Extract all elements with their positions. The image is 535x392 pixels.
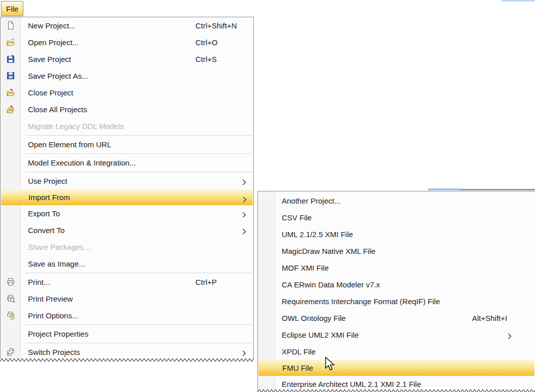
menu-item-label: Requirements Interchange Format (ReqIF) … bbox=[282, 297, 440, 306]
save-project-icon bbox=[6, 54, 15, 63]
menu-separator bbox=[25, 324, 252, 325]
menu-item-print-preview[interactable]: Print Preview bbox=[1, 290, 253, 307]
menu-item-label: OWL Ontology File bbox=[282, 314, 346, 322]
open-project-icon bbox=[6, 38, 15, 47]
menu-item-label: Eclipse UML2 XMI File bbox=[282, 331, 359, 339]
submenu-chevron-icon bbox=[243, 195, 247, 204]
menu-item-label: Save Project bbox=[28, 55, 71, 63]
menu-item-shortcut: Ctrl+Shift+N bbox=[195, 21, 237, 30]
menu-separator bbox=[25, 172, 252, 172]
submenu-chevron-icon bbox=[242, 211, 246, 219]
menu-item-use-project[interactable]: Use Project bbox=[1, 173, 253, 189]
menu-item-open-element-from-url[interactable]: Open Element from URL bbox=[1, 136, 253, 153]
menu-item-owl-ontology-file[interactable]: OWL Ontology FileAlt+Shift+I bbox=[258, 310, 535, 326]
close-all-projects-icon bbox=[6, 105, 15, 114]
menu-item-label: CA ERwin Data Modeler v7.x bbox=[282, 280, 380, 289]
menu-item-shortcut: Ctrl+S bbox=[195, 55, 217, 63]
menu-item-label: Print Options... bbox=[28, 311, 78, 320]
menu-item-label: XPDL File bbox=[282, 347, 316, 356]
menu-item-eclipse-uml2-xmi-file[interactable]: Eclipse UML2 XMI File bbox=[258, 326, 535, 343]
menu-item-label: MagicDraw Native XML File bbox=[282, 247, 376, 255]
menu-item-label: Project Properties bbox=[28, 330, 88, 338]
new-project-icon bbox=[6, 21, 15, 30]
menu-item-label: Convert To bbox=[28, 226, 64, 235]
menu-item-label: Migrate Legacy DDL Models bbox=[28, 122, 124, 130]
print-options-icon bbox=[6, 311, 15, 320]
menu-item-share-packages: Share Packages... bbox=[1, 239, 253, 255]
menu-item-label: Close All Projects bbox=[28, 105, 87, 114]
close-project-icon bbox=[6, 88, 15, 97]
screenshot-canvas: File New Project...Ctrl+Shift+NOpen Proj… bbox=[0, 0, 535, 392]
menu-item-label: Print Preview bbox=[28, 295, 73, 303]
submenu-chevron-icon bbox=[242, 227, 246, 236]
menu-item-label: UML 2.1/2.5 XMI File bbox=[282, 230, 353, 239]
window-fragment-gray bbox=[459, 189, 535, 190]
menu-item-uml-2-1-2-5-xmi-file[interactable]: UML 2.1/2.5 XMI File bbox=[258, 226, 535, 243]
menu-item-mof-xmi-file[interactable]: MOF XMI File bbox=[258, 259, 535, 276]
menu-separator bbox=[25, 273, 252, 273]
menu-item-import-from[interactable]: Import From bbox=[1, 189, 253, 205]
menu-item-switch-projects[interactable]: Switch Projects bbox=[1, 344, 253, 361]
file-menu-button[interactable]: File bbox=[1, 1, 23, 16]
menu-item-label: FMU File bbox=[282, 364, 313, 372]
menu-item-label: Enterprise Architect UML 2.1 XMI 2.1 Fil… bbox=[282, 380, 421, 388]
menu-item-export-to[interactable]: Export To bbox=[1, 205, 253, 222]
file-menu-dropdown: New Project...Ctrl+Shift+NOpen Project..… bbox=[0, 17, 254, 359]
import-from-submenu: Another Project...CSV FileUML 2.1/2.5 XM… bbox=[257, 191, 535, 392]
menu-item-model-execution-integration[interactable]: Model Execution & Integration... bbox=[1, 154, 253, 171]
menu-item-save-project[interactable]: Save ProjectCtrl+S bbox=[1, 51, 253, 68]
menu-item-shortcut: Ctrl+O bbox=[195, 38, 218, 47]
menu-item-enterprise-architect-uml-2-1-xmi-2-1-file[interactable]: Enterprise Architect UML 2.1 XMI 2.1 Fil… bbox=[258, 376, 535, 392]
print-preview-icon bbox=[6, 294, 15, 303]
menu-item-label: CSV File bbox=[282, 213, 312, 222]
print-icon bbox=[6, 277, 15, 286]
menu-item-open-project[interactable]: Open Project...Ctrl+O bbox=[1, 34, 253, 51]
menu-item-label: Switch Projects bbox=[28, 348, 80, 356]
menu-item-magicdraw-native-xml-file[interactable]: MagicDraw Native XML File bbox=[258, 243, 535, 259]
submenu-chevron-icon bbox=[242, 178, 246, 187]
menu-item-label: Use Project bbox=[28, 177, 68, 185]
menu-item-close-all-projects[interactable]: Close All Projects bbox=[1, 101, 253, 118]
window-fragment-blue bbox=[428, 188, 459, 190]
menu-item-another-project[interactable]: Another Project... bbox=[258, 192, 535, 209]
mouse-cursor bbox=[325, 356, 338, 373]
submenu-chevron-icon bbox=[242, 349, 246, 358]
menu-separator bbox=[25, 343, 252, 343]
menu-separator bbox=[25, 153, 252, 154]
menu-item-label: MOF XMI File bbox=[282, 264, 329, 272]
menu-item-close-project[interactable]: Close Project bbox=[1, 84, 253, 101]
menu-item-shortcut: Alt+Shift+I bbox=[472, 314, 507, 322]
menu-item-label: Save as Image... bbox=[28, 259, 85, 268]
menu-item-new-project[interactable]: New Project...Ctrl+Shift+N bbox=[1, 17, 253, 34]
save-project-as-icon bbox=[6, 71, 15, 80]
menu-item-label: Open Project... bbox=[28, 38, 79, 47]
menu-item-label: Model Execution & Integration... bbox=[28, 158, 136, 167]
menu-item-xpdl-file[interactable]: XPDL File bbox=[258, 343, 535, 360]
menu-item-label: Import From bbox=[28, 193, 70, 202]
menu-item-label: New Project... bbox=[28, 21, 75, 30]
menu-item-csv-file[interactable]: CSV File bbox=[258, 209, 535, 226]
menu-item-shortcut: Ctrl+P bbox=[195, 278, 217, 286]
menu-separator bbox=[25, 135, 252, 136]
menu-item-label: Open Element from URL bbox=[28, 140, 111, 149]
submenu-chevron-icon bbox=[508, 332, 512, 341]
menu-item-requirements-interchange-format-reqif-file[interactable]: Requirements Interchange Format (ReqIF) … bbox=[258, 293, 535, 310]
menu-item-project-properties[interactable]: Project Properties bbox=[1, 325, 253, 342]
switch-projects-icon bbox=[6, 347, 15, 356]
menu-item-convert-to[interactable]: Convert To bbox=[1, 222, 253, 239]
menu-item-ca-erwin-data-modeler-v7-x[interactable]: CA ERwin Data Modeler v7.x bbox=[258, 276, 535, 293]
window-fragment-top-right bbox=[501, 0, 535, 2]
menu-item-migrate-legacy-ddl-models: Migrate Legacy DDL Models bbox=[1, 118, 253, 135]
menu-item-label: Another Project... bbox=[282, 197, 341, 205]
menu-item-print-options[interactable]: Print Options... bbox=[1, 307, 253, 324]
menu-item-label: Print... bbox=[28, 278, 50, 286]
menu-item-label: Export To bbox=[28, 209, 60, 218]
menu-item-print[interactable]: Print...Ctrl+P bbox=[1, 274, 253, 290]
menu-item-save-as-image[interactable]: Save as Image... bbox=[1, 255, 253, 272]
menu-item-fmu-file[interactable]: FMU File bbox=[258, 360, 534, 376]
menu-item-label: Share Packages... bbox=[28, 243, 90, 251]
menu-item-label: Close Project bbox=[28, 88, 73, 97]
menu-item-label: Save Project As... bbox=[28, 72, 88, 80]
menu-item-save-project-as[interactable]: Save Project As... bbox=[1, 68, 253, 84]
